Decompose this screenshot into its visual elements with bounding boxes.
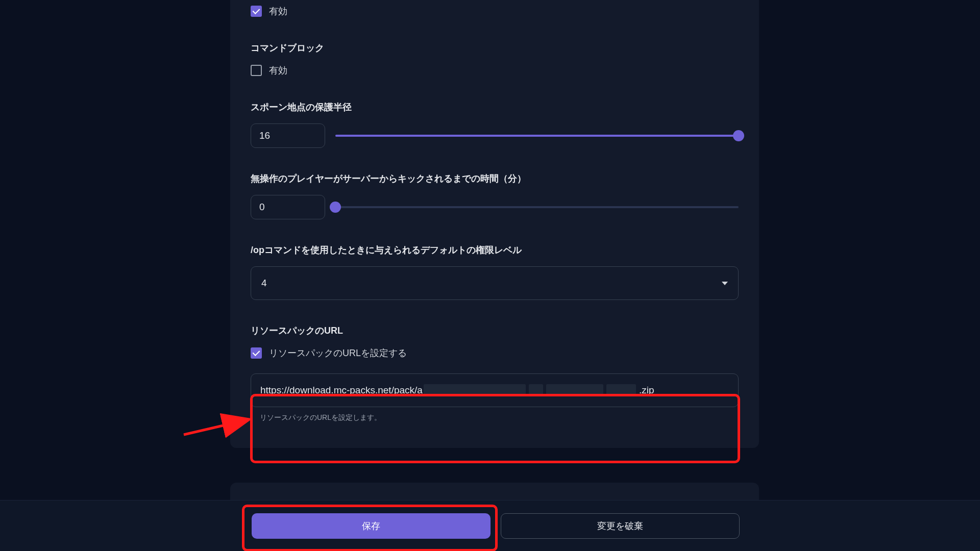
settings-panel: 有効 コマンドブロック 有効 スポーン地点の保護半径 無操作のプレイヤーがサーバ… [230,0,759,448]
form-group-spawn-protection: スポーン地点の保護半径 [251,101,739,148]
command-block-checkbox[interactable] [251,65,262,76]
save-button-label: 保存 [362,520,380,532]
command-block-title: コマンドブロック [251,42,739,54]
arrow-icon [181,409,253,440]
url-prefix: https://download.mc-packs.net/pack/a [260,385,423,396]
spawn-protection-row [251,123,739,148]
resource-pack-helper: リソースパックのURLを設定します。 [260,413,739,422]
enabled-label-top: 有効 [269,5,287,17]
discard-button[interactable]: 変更を破棄 [501,513,740,539]
redacted-segment [424,384,526,396]
checkbox-row-top: 有効 [251,5,739,17]
op-permission-value: 4 [261,278,267,289]
idle-timeout-row [251,195,739,219]
slider-thumb[interactable] [330,202,341,213]
enabled-checkbox-top[interactable] [251,6,262,17]
command-block-enabled-label: 有効 [269,64,287,77]
url-suffix: .zip [639,385,654,396]
redacted-segment [606,384,636,396]
chevron-down-icon [722,282,728,285]
redacted-segment [529,384,543,396]
resource-pack-checkbox[interactable] [251,347,262,359]
resource-pack-checkbox-label: リソースパックのURLを設定する [269,347,407,359]
form-group-idle-timeout: 無操作のプレイヤーがサーバーからキックされるまでの時間（分） [251,172,739,219]
form-group-top: 有効 [251,5,739,17]
form-group-command-block: コマンドブロック 有効 [251,42,739,77]
slider-track [335,206,739,208]
idle-timeout-slider[interactable] [335,201,739,213]
resource-pack-title: リソースパックのURL [251,324,739,337]
form-group-op-permission: /opコマンドを使用したときに与えられるデフォルトの権限レベル 4 [251,244,739,300]
discard-button-label: 変更を破棄 [597,520,643,532]
form-group-resource-pack: リソースパックのURL リソースパックのURLを設定する https://dow… [251,324,739,422]
save-button[interactable]: 保存 [252,513,491,539]
bottom-bar: 保存 変更を破棄 [0,500,980,551]
resource-pack-checkbox-row: リソースパックのURLを設定する [251,347,739,359]
command-block-checkbox-row: 有効 [251,64,739,77]
idle-timeout-input[interactable] [251,195,325,219]
slider-thumb[interactable] [733,130,744,141]
idle-timeout-title: 無操作のプレイヤーがサーバーからキックされるまでの時間（分） [251,172,739,185]
resource-pack-url-input[interactable]: https://download.mc-packs.net/pack/a .zi… [251,373,739,407]
spawn-protection-slider[interactable] [335,130,739,142]
redacted-segment [546,384,603,396]
spawn-protection-input[interactable] [251,123,325,148]
op-permission-title: /opコマンドを使用したときに与えられるデフォルトの権限レベル [251,244,739,256]
svg-line-1 [184,420,245,435]
op-permission-select[interactable]: 4 [251,266,739,300]
spawn-protection-title: スポーン地点の保護半径 [251,101,739,113]
slider-fill [335,135,739,137]
